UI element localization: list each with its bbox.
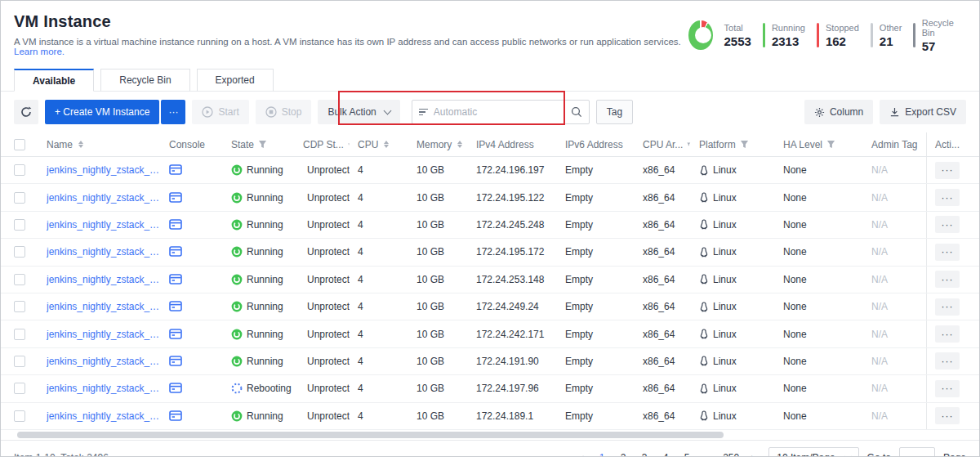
col-cpu[interactable]: CPU xyxy=(350,139,408,150)
ha-level-value: None xyxy=(775,329,863,340)
col-cdp-status[interactable]: CDP St... xyxy=(295,139,350,150)
sort-icon[interactable] xyxy=(78,141,83,148)
create-more-button[interactable]: ··· xyxy=(161,100,185,124)
filter-funnel-icon[interactable] xyxy=(826,140,835,149)
stop-button[interactable]: Stop xyxy=(256,100,312,124)
console-icon[interactable] xyxy=(169,274,182,285)
sort-icon[interactable] xyxy=(457,141,462,148)
cdp-status-label: Unprotected xyxy=(307,301,350,312)
running-state-icon xyxy=(231,192,243,204)
row-checkbox[interactable] xyxy=(14,329,25,340)
tag-button[interactable]: Tag xyxy=(596,100,633,124)
tab-exported[interactable]: Exported xyxy=(197,69,274,92)
console-icon[interactable] xyxy=(169,219,182,231)
vm-name-link[interactable]: jenkins_nightly_zstack_4.5.... xyxy=(47,192,161,204)
ipv6-address: Empty xyxy=(557,329,635,340)
row-actions-button[interactable]: ··· xyxy=(935,352,960,370)
page-5-button[interactable]: 5 xyxy=(680,452,693,457)
row-checkbox[interactable] xyxy=(14,192,25,204)
col-ha-level[interactable]: HA Level xyxy=(775,139,863,150)
search-icon[interactable] xyxy=(571,106,582,118)
page-size-select[interactable]: 10 Item/Page xyxy=(768,447,858,457)
table-body: jenkins_nightly_zstack_4.5.... xyxy=(1,157,979,430)
row-actions-button[interactable]: ··· xyxy=(935,244,960,261)
row-checkbox[interactable] xyxy=(14,410,25,422)
row-actions-button[interactable]: ··· xyxy=(935,380,960,397)
page-3-button[interactable]: 3 xyxy=(638,452,651,457)
row-actions-button[interactable]: ··· xyxy=(935,298,960,316)
page-ellipsis[interactable]: ··· xyxy=(702,452,715,457)
page-4-button[interactable]: 4 xyxy=(659,452,672,457)
page-header: VM Instance A VM instance is a virtual m… xyxy=(1,1,979,56)
page-1-button[interactable]: 1 xyxy=(595,452,608,457)
row-actions-button[interactable]: ··· xyxy=(935,407,960,424)
cdp-status-label: Unprotected xyxy=(307,246,350,258)
vm-name-link[interactable]: jenkins_nightly_zstack_4.5.... xyxy=(47,329,161,340)
search-box[interactable] xyxy=(412,100,590,124)
row-checkbox[interactable] xyxy=(14,301,25,312)
col-actions: Acti... xyxy=(926,132,979,156)
vm-name-link[interactable]: jenkins_nightly_zstack_4.5.... xyxy=(47,246,161,258)
vm-name-link[interactable]: jenkins_nightly_zstack_4.5.... xyxy=(47,301,161,312)
console-icon[interactable] xyxy=(169,356,182,367)
row-actions-button[interactable]: ··· xyxy=(935,325,960,343)
row-actions-button[interactable]: ··· xyxy=(935,162,960,179)
row-actions-button[interactable]: ··· xyxy=(935,271,960,288)
goto-page-input[interactable] xyxy=(899,447,935,457)
col-name[interactable]: Name xyxy=(38,139,161,150)
row-checkbox[interactable] xyxy=(14,246,25,258)
vm-name-link[interactable]: jenkins_nightly_zstack_4.5.... xyxy=(47,164,161,176)
ipv6-address: Empty xyxy=(557,246,635,258)
column-settings-button[interactable]: Column xyxy=(804,100,873,124)
row-checkbox[interactable] xyxy=(14,356,25,367)
table-row: jenkins_nightly_zstack_4.5.... xyxy=(1,320,979,347)
admin-tag-value: N/A xyxy=(863,219,926,231)
col-state[interactable]: State xyxy=(223,139,295,150)
state-label: Running xyxy=(247,246,283,258)
sort-icon[interactable] xyxy=(384,141,389,148)
learn-more-link[interactable]: Learn more. xyxy=(14,47,65,56)
filter-funnel-icon[interactable] xyxy=(258,140,267,149)
vm-name-link[interactable]: jenkins_nightly_zstack_4.5.... xyxy=(47,356,161,367)
state-label: Running xyxy=(247,410,283,422)
tab-recycle-bin[interactable]: Recycle Bin xyxy=(100,69,189,92)
page-2-button[interactable]: 2 xyxy=(617,452,630,457)
console-icon[interactable] xyxy=(169,329,182,340)
next-page-button[interactable]: > xyxy=(747,452,760,457)
console-icon[interactable] xyxy=(169,164,182,176)
console-icon[interactable] xyxy=(169,301,182,312)
filter-funnel-icon[interactable] xyxy=(740,140,749,149)
vm-name-link[interactable]: jenkins_nightly_zstack_4.5.... xyxy=(47,383,161,394)
vm-name-link[interactable]: jenkins_nightly_zstack_4.5.... xyxy=(47,219,161,231)
linux-penguin-icon xyxy=(699,302,709,312)
row-checkbox[interactable] xyxy=(14,383,25,394)
start-button[interactable]: Start xyxy=(192,100,248,124)
running-state-icon xyxy=(231,301,243,312)
row-checkbox[interactable] xyxy=(14,274,25,285)
col-platform[interactable]: Platform xyxy=(691,139,775,150)
console-icon[interactable] xyxy=(169,410,182,422)
row-checkbox[interactable] xyxy=(14,219,25,231)
prev-page-button[interactable]: < xyxy=(574,452,587,457)
page-last-button[interactable]: 250 xyxy=(723,452,739,457)
row-checkbox[interactable] xyxy=(14,164,25,176)
console-icon[interactable] xyxy=(169,383,182,394)
tab-available[interactable]: Available xyxy=(14,69,94,92)
vm-name-link[interactable]: jenkins_nightly_zstack_4.5.... xyxy=(47,274,161,285)
recycle-color-bar xyxy=(913,23,915,47)
refresh-button[interactable] xyxy=(14,100,38,124)
col-memory[interactable]: Memory xyxy=(408,139,468,150)
col-cpu-arch[interactable]: CPU Ar... xyxy=(635,139,691,150)
bulk-action-dropdown[interactable]: Bulk Action xyxy=(318,100,399,124)
console-icon[interactable] xyxy=(169,192,182,204)
console-icon[interactable] xyxy=(169,246,182,258)
vm-name-link[interactable]: jenkins_nightly_zstack_4.5.... xyxy=(47,410,161,422)
create-vm-instance-button[interactable]: + Create VM Instance xyxy=(45,100,159,124)
cdp-status-label: Unprotected xyxy=(307,164,350,176)
search-input[interactable] xyxy=(434,106,565,118)
horizontal-scrollbar-thumb[interactable] xyxy=(17,432,724,438)
select-all-checkbox[interactable] xyxy=(14,139,25,150)
export-csv-button[interactable]: Export CSV xyxy=(880,100,966,124)
row-actions-button[interactable]: ··· xyxy=(935,189,960,206)
row-actions-button[interactable]: ··· xyxy=(935,216,960,233)
